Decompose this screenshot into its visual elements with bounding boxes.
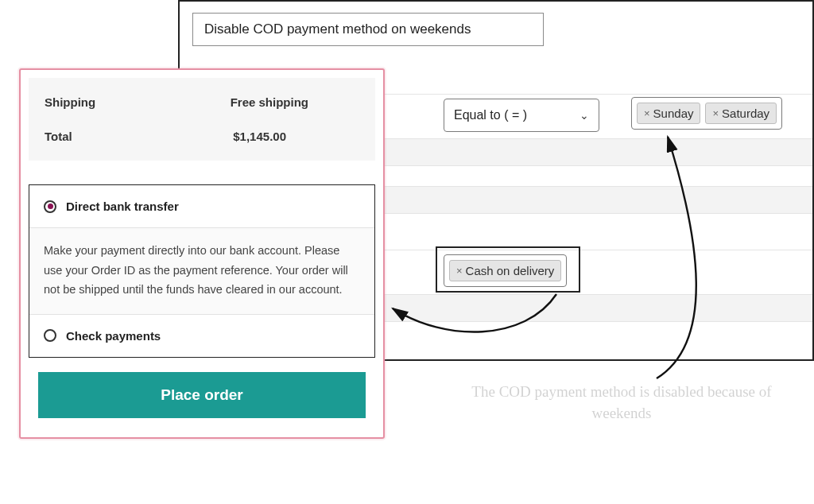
radio-selected-icon <box>44 200 56 213</box>
operator-value: Equal to ( = ) <box>454 108 527 122</box>
checkout-card: Shipping Free shipping Total $1,145.00 D… <box>19 68 385 439</box>
shipping-label: Shipping <box>45 95 95 109</box>
tag-saturday[interactable]: × Saturday <box>705 103 777 124</box>
payment-option-label: Direct bank transfer <box>66 200 179 213</box>
operator-select[interactable]: Equal to ( = ) ⌄ <box>444 99 599 132</box>
payment-option-bank[interactable]: Direct bank transfer <box>29 185 374 228</box>
close-icon[interactable]: × <box>644 108 650 118</box>
condition-value-tags[interactable]: × Sunday × Saturday <box>631 97 782 130</box>
total-value: $1,145.00 <box>233 130 286 143</box>
place-order-button[interactable]: Place order <box>38 372 366 418</box>
annotation-text: The COD payment method is disabled becau… <box>471 382 773 424</box>
order-summary: Shipping Free shipping Total $1,145.00 <box>29 78 375 161</box>
tag-label: Saturday <box>722 107 769 120</box>
tag-sunday[interactable]: × Sunday <box>637 103 700 124</box>
shipping-value: Free shipping <box>231 95 308 109</box>
payment-option-check[interactable]: Check payments <box>29 315 374 357</box>
rule-title-input[interactable]: Disable COD payment method on weekends <box>192 13 544 46</box>
close-icon[interactable]: × <box>712 108 719 118</box>
tag-label: Sunday <box>653 107 694 120</box>
radio-unselected-icon <box>44 329 56 342</box>
payment-option-description: Make your payment directly into our bank… <box>29 228 374 315</box>
payment-option-label: Check payments <box>66 329 161 343</box>
total-label: Total <box>45 130 72 143</box>
action-highlight-box <box>436 246 580 293</box>
chevron-down-icon: ⌄ <box>579 109 589 122</box>
payment-methods: Direct bank transfer Make your payment d… <box>29 184 375 358</box>
